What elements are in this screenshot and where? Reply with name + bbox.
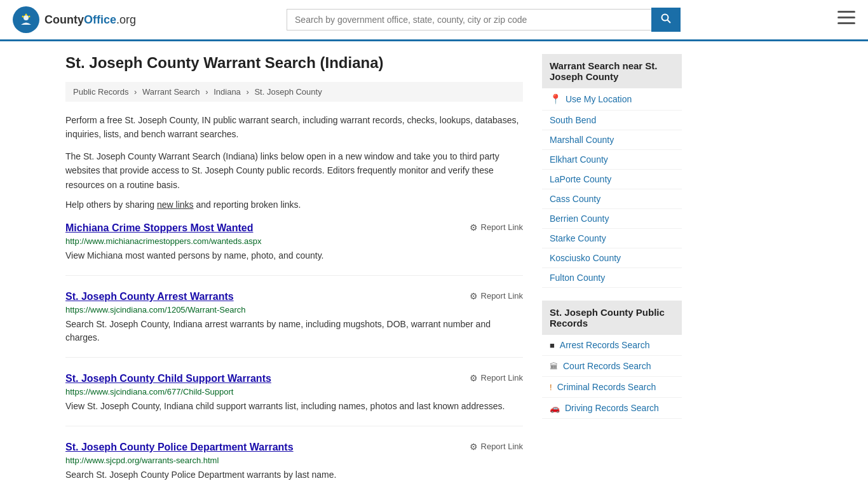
result-url-1: https://www.sjcindiana.com/1205/Warrant-… xyxy=(65,305,523,315)
result-item-1: St. Joseph County Arrest Warrants ⚙ Repo… xyxy=(65,291,523,358)
report-icon-1: ⚙ xyxy=(470,291,478,301)
result-title-1[interactable]: St. Joseph County Arrest Warrants xyxy=(65,291,234,302)
public-records-item-1[interactable]: 🏛 Court Records Search xyxy=(542,356,682,377)
intro-text-2: The St. Joseph County Warrant Search (In… xyxy=(65,149,523,192)
public-records-icon-3: 🚗 xyxy=(550,403,560,413)
result-url-3: http://www.sjcpd.org/warrants-search.htm… xyxy=(65,456,523,465)
nearby-item-0[interactable]: South Bend xyxy=(542,111,682,130)
nearby-link-5[interactable]: Berrien County xyxy=(550,214,609,224)
result-item-2: St. Joseph County Child Support Warrants… xyxy=(65,373,523,426)
breadcrumb-st-joseph-county[interactable]: St. Joseph County xyxy=(254,87,322,97)
search-button[interactable] xyxy=(651,8,681,32)
public-records-icon-0: ■ xyxy=(550,341,555,350)
nearby-item-8[interactable]: Fulton County xyxy=(542,268,682,288)
result-header-0: Michiana Crime Stoppers Most Wanted ⚙ Re… xyxy=(65,222,523,234)
nearby-item-5[interactable]: Berrien County xyxy=(542,209,682,229)
location-pin-icon: 📍 xyxy=(550,93,562,105)
result-desc-0: View Michiana most wanted persons by nam… xyxy=(65,249,523,262)
nearby-section: Warrant Search near St. Joseph County 📍 … xyxy=(542,54,682,288)
public-records-icon-1: 🏛 xyxy=(550,362,558,371)
nearby-link-8[interactable]: Fulton County xyxy=(550,273,605,283)
result-title-3[interactable]: St. Joseph County Police Department Warr… xyxy=(65,442,294,453)
public-records-container: ■ Arrest Records Search 🏛 Court Records … xyxy=(542,335,682,419)
svg-line-6 xyxy=(668,20,671,24)
content-area: St. Joseph County Warrant Search (Indian… xyxy=(65,54,523,488)
svg-rect-8 xyxy=(837,17,855,18)
nearby-link-4[interactable]: Cass County xyxy=(550,194,600,204)
logo-text: CountyOffice.org xyxy=(44,13,136,27)
public-records-title: St. Joseph County Public Records xyxy=(542,301,682,335)
public-records-link-0[interactable]: Arrest Records Search xyxy=(560,340,650,350)
sidebar: Warrant Search near St. Joseph County 📍 … xyxy=(542,54,682,488)
logo-area: CountyOffice.org xyxy=(13,6,136,33)
nearby-link-0[interactable]: South Bend xyxy=(550,115,596,125)
public-records-item-0[interactable]: ■ Arrest Records Search xyxy=(542,335,682,356)
result-url-0: http://www.michianacrimestoppers.com/wan… xyxy=(65,236,523,246)
public-records-link-1[interactable]: Court Records Search xyxy=(563,361,651,371)
results-container: Michiana Crime Stoppers Most Wanted ⚙ Re… xyxy=(65,222,523,488)
nearby-link-7[interactable]: Kosciusko County xyxy=(550,253,621,263)
svg-point-5 xyxy=(662,15,668,21)
main-container: St. Joseph County Warrant Search (Indian… xyxy=(53,41,815,488)
nearby-link-6[interactable]: Starke County xyxy=(550,233,606,243)
search-input[interactable] xyxy=(287,9,651,30)
report-link-1[interactable]: ⚙ Report Link xyxy=(470,291,523,301)
result-desc-1: Search St. Joseph County, Indiana arrest… xyxy=(65,318,523,344)
nearby-item-2[interactable]: Elkhart County xyxy=(542,150,682,170)
nearby-item-7[interactable]: Kosciusko County xyxy=(542,248,682,268)
page-title: St. Joseph County Warrant Search (Indian… xyxy=(65,54,523,72)
nearby-item-4[interactable]: Cass County xyxy=(542,189,682,209)
result-item-3: St. Joseph County Police Department Warr… xyxy=(65,442,523,488)
logo-icon xyxy=(13,6,39,33)
result-item-0: Michiana Crime Stoppers Most Wanted ⚙ Re… xyxy=(65,222,523,276)
nearby-items-container: South BendMarshall CountyElkhart CountyL… xyxy=(542,111,682,288)
result-header-3: St. Joseph County Police Department Warr… xyxy=(65,442,523,453)
use-location-item[interactable]: 📍 Use My Location xyxy=(542,88,682,111)
public-records-icon-2: ! xyxy=(550,383,552,392)
result-title-0[interactable]: Michiana Crime Stoppers Most Wanted xyxy=(65,222,253,234)
report-link-2[interactable]: ⚙ Report Link xyxy=(470,373,523,383)
nearby-link-2[interactable]: Elkhart County xyxy=(550,154,608,165)
search-area xyxy=(287,8,681,32)
breadcrumb-indiana[interactable]: Indiana xyxy=(214,87,241,97)
nearby-link-1[interactable]: Marshall County xyxy=(550,135,614,145)
result-title-2[interactable]: St. Joseph County Child Support Warrants xyxy=(65,373,271,384)
svg-point-3 xyxy=(29,16,31,18)
public-records-link-2[interactable]: Criminal Records Search xyxy=(557,382,656,392)
nearby-item-3[interactable]: LaPorte County xyxy=(542,170,682,189)
report-icon-2: ⚙ xyxy=(470,373,478,383)
use-location-link[interactable]: Use My Location xyxy=(566,94,632,104)
nearby-title: Warrant Search near St. Joseph County xyxy=(542,54,682,88)
result-header-2: St. Joseph County Child Support Warrants… xyxy=(65,373,523,384)
nearby-item-6[interactable]: Starke County xyxy=(542,229,682,248)
svg-rect-9 xyxy=(837,22,855,24)
breadcrumb-warrant-search[interactable]: Warrant Search xyxy=(142,87,200,97)
nearby-link-3[interactable]: LaPorte County xyxy=(550,174,611,184)
result-desc-3: Search St. Joseph County Police Departme… xyxy=(65,468,523,482)
result-header-1: St. Joseph County Arrest Warrants ⚙ Repo… xyxy=(65,291,523,302)
intro-text-1: Perform a free St. Joseph County, IN pub… xyxy=(65,113,523,142)
result-desc-2: View St. Joseph County, Indiana child su… xyxy=(65,400,523,413)
report-icon-3: ⚙ xyxy=(470,442,478,452)
report-icon-0: ⚙ xyxy=(470,222,478,233)
breadcrumb: Public Records › Warrant Search › Indian… xyxy=(65,82,523,102)
svg-point-2 xyxy=(22,16,24,18)
public-records-link-3[interactable]: Driving Records Search xyxy=(565,403,659,413)
svg-rect-7 xyxy=(837,11,855,13)
new-links-link[interactable]: new links xyxy=(157,200,194,210)
svg-point-1 xyxy=(24,15,29,20)
report-link-3[interactable]: ⚙ Report Link xyxy=(470,442,523,452)
report-link-0[interactable]: ⚙ Report Link xyxy=(470,222,523,233)
menu-icon[interactable] xyxy=(837,11,855,29)
public-records-section: St. Joseph County Public Records ■ Arres… xyxy=(542,301,682,419)
breadcrumb-public-records[interactable]: Public Records xyxy=(73,87,128,97)
svg-point-4 xyxy=(25,14,27,16)
header-right xyxy=(831,11,855,29)
share-text: Help others by sharing new links and rep… xyxy=(65,200,523,210)
nearby-item-1[interactable]: Marshall County xyxy=(542,130,682,150)
result-url-2: https://www.sjcindiana.com/677/Child-Sup… xyxy=(65,387,523,396)
public-records-item-2[interactable]: ! Criminal Records Search xyxy=(542,377,682,398)
header: CountyOffice.org xyxy=(0,0,868,41)
public-records-item-3[interactable]: 🚗 Driving Records Search xyxy=(542,398,682,419)
